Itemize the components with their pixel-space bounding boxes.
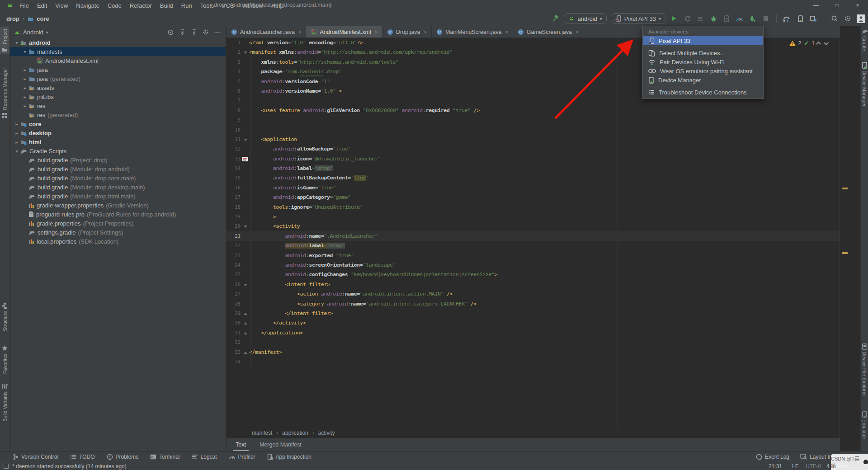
tree-item-core[interactable]: ▸core <box>10 119 226 128</box>
tree-expand-arrow-icon[interactable]: ▸ <box>22 94 28 99</box>
stripe-item-structure[interactable]: Structure <box>0 303 9 331</box>
apply-changes-restart-icon[interactable] <box>748 14 757 23</box>
stripe-item-resource-manager[interactable]: Resource Manager <box>0 68 9 118</box>
tree-item-assets[interactable]: ▸assets <box>10 83 226 92</box>
stop-button[interactable] <box>761 14 770 23</box>
menu-item-code[interactable]: Code <box>104 1 126 10</box>
settings-gear-icon[interactable] <box>843 14 852 23</box>
tree-item-androidmanifest-xml[interactable]: MFAndroidManifest.xml <box>10 56 226 65</box>
menu-item-navigate[interactable]: Navigate <box>72 1 103 10</box>
warning-stripe-mark[interactable] <box>842 252 848 254</box>
minimize-button[interactable]: — <box>806 0 826 11</box>
tree-item-java[interactable]: ▸java <box>10 65 226 74</box>
tree-item-local-properties[interactable]: local.properties(SDK Location) <box>10 237 226 246</box>
inspections-widget[interactable]: 2 ✓ 1 <box>789 40 827 47</box>
code-line-34[interactable]: 34 <box>226 357 840 367</box>
code-line-23[interactable]: 23 android:exported="true" <box>226 251 840 260</box>
sdk-manager-icon[interactable] <box>809 14 818 23</box>
code-line-11[interactable]: 11 <application <box>226 135 840 144</box>
code-line-16[interactable]: 16 android:isGame="true" <box>226 183 840 193</box>
code-line-8[interactable]: 8 <uses-feature android:glEsVersion="0x0… <box>226 106 840 115</box>
code-line-10[interactable]: 10 <box>226 125 840 135</box>
code-line-20[interactable]: 20 <activity <box>226 221 840 231</box>
tab-Drop.java[interactable]: CDrop.java× <box>382 26 432 38</box>
toolwindow-button-logcat[interactable]: Logcat <box>192 454 217 460</box>
tree-item-html[interactable]: ▸html <box>10 137 226 146</box>
tree-item-java[interactable]: ▸java(generated) <box>10 74 226 83</box>
xml-breadcrumb-activity[interactable]: activity <box>318 430 335 436</box>
stripe-item-device-manager[interactable]: Device Manager <box>861 62 868 107</box>
close-tab-icon[interactable]: × <box>424 29 427 35</box>
code-line-30[interactable]: 30 </activity> <box>226 318 840 328</box>
tree-item-manifests[interactable]: ▾manifests <box>10 47 226 56</box>
tree-item-desktop[interactable]: ▸desktop <box>10 128 226 137</box>
profile-app-icon[interactable] <box>722 14 731 23</box>
code-line-15[interactable]: 15 android:fullBackupContent="true" <box>226 173 840 183</box>
code-line-18[interactable]: 18 tools:ignore="UnusedAttribute" <box>226 202 840 212</box>
tree-item-settings-gradle[interactable]: settings.gradle(Project Settings) <box>10 228 226 237</box>
collapse-all-icon[interactable] <box>189 28 198 37</box>
tree-item-build-gradle[interactable]: build.gradle(Module: drop.html.main) <box>10 192 226 201</box>
menu-item-build[interactable]: Build <box>156 1 177 10</box>
tree-expand-arrow-icon[interactable]: ▸ <box>22 76 28 81</box>
code-line-32[interactable]: 32 <box>226 338 840 347</box>
close-tab-icon[interactable]: × <box>298 29 301 35</box>
stripe-item-project[interactable]: Project <box>0 27 9 54</box>
toolwindow-button-app-inspection[interactable]: App Inspection <box>267 454 311 460</box>
code-line-21[interactable]: 21 android:name=".AndroidLauncher" <box>226 231 840 241</box>
code-line-19[interactable]: 19 > <box>226 212 840 221</box>
code-line-22[interactable]: 22 android:label="drop" <box>226 241 840 250</box>
view-tab-merged-manifest[interactable]: Merged Manifest <box>259 440 302 450</box>
code-line-17[interactable]: 17 android:appCategory="game" <box>226 193 840 202</box>
device-option-device-manager[interactable]: Device Manager <box>643 75 763 85</box>
profile-avatar[interactable] <box>856 14 865 23</box>
tree-collapse-arrow-icon[interactable]: ▾ <box>14 40 19 45</box>
previous-issue-icon[interactable] <box>816 41 821 46</box>
panel-settings-gear-icon[interactable] <box>201 28 210 37</box>
error-stripe[interactable] <box>840 26 850 451</box>
warning-stripe-mark[interactable] <box>842 188 848 189</box>
stripe-item-build-variants[interactable]: Build Variants <box>0 383 9 422</box>
expand-all-icon[interactable] <box>178 28 187 37</box>
maximize-button[interactable]: □ <box>826 0 847 11</box>
device-option-troubleshoot-device-connections[interactable]: Troubleshoot Device Connections <box>643 88 763 97</box>
menu-item-edit[interactable]: Edit <box>33 1 51 10</box>
device-option-pair-devices-using-wi-fi[interactable]: Pair Devices Using Wi-Fi <box>643 57 763 66</box>
close-tab-icon[interactable]: × <box>576 29 578 35</box>
build-hammer-icon[interactable] <box>551 14 560 23</box>
code-line-27[interactable]: 27 <action android:name="android.intent.… <box>226 289 840 299</box>
stripe-item-gradle[interactable]: Gradle <box>861 28 868 51</box>
tree-collapse-arrow-icon[interactable]: ▾ <box>14 149 19 154</box>
tree-expand-arrow-icon[interactable]: ▸ <box>22 67 28 72</box>
xml-breadcrumb-manifest[interactable]: manifest <box>252 430 272 436</box>
tree-item-jnilibs[interactable]: ▸jniLibs <box>10 92 226 101</box>
close-button[interactable]: × <box>847 0 868 11</box>
tool-window-toggle-icon[interactable] <box>4 464 9 469</box>
code-line-29[interactable]: 29 </intent-filter> <box>226 309 840 318</box>
stripe-item-device-file-explorer[interactable]: Device File Explorer <box>861 343 868 396</box>
profiler-gauge-icon[interactable] <box>735 14 744 23</box>
apply-changes-icon[interactable] <box>683 14 692 23</box>
toolwindow-button-event-log[interactable]: Event Log <box>756 454 789 460</box>
gradle-sync-icon[interactable] <box>783 14 792 23</box>
code-line-28[interactable]: 28 <category android:name="android.inten… <box>226 299 840 309</box>
tab-GameScreen.java[interactable]: CGameScreen.java× <box>513 26 584 38</box>
locate-file-icon[interactable] <box>166 28 175 37</box>
device-option-wear-os-emulator-pairing-assistant[interactable]: Wear OS emulator pairing assistant <box>643 66 763 75</box>
code-line-33[interactable]: 33</manifest> <box>226 348 840 357</box>
project-view-selector[interactable]: Android <box>23 29 43 36</box>
search-everywhere-icon[interactable] <box>830 14 839 23</box>
tree-item-res[interactable]: res(generated) <box>10 110 226 119</box>
tree-item-res[interactable]: ▸res <box>10 101 226 110</box>
close-tab-icon[interactable]: × <box>375 29 377 35</box>
toolwindow-button-version-control[interactable]: Version Control <box>13 454 58 460</box>
close-tab-icon[interactable]: × <box>505 29 508 35</box>
code-line-9[interactable]: 9 <box>226 115 840 125</box>
run-button[interactable] <box>670 14 679 23</box>
stripe-item-favorites[interactable]: Favorites <box>0 345 9 374</box>
device-select[interactable]: Pixel API 33 ▾ <box>611 13 665 24</box>
tree-item-build-gradle[interactable]: build.gradle(Module: drop.core.main) <box>10 174 226 183</box>
toolwindow-button-terminal[interactable]: Terminal <box>150 454 179 460</box>
tree-expand-arrow-icon[interactable]: ▸ <box>14 122 19 127</box>
code-line-13[interactable]: 13 android:icon="@drawable/ic_launcher" <box>226 154 840 164</box>
